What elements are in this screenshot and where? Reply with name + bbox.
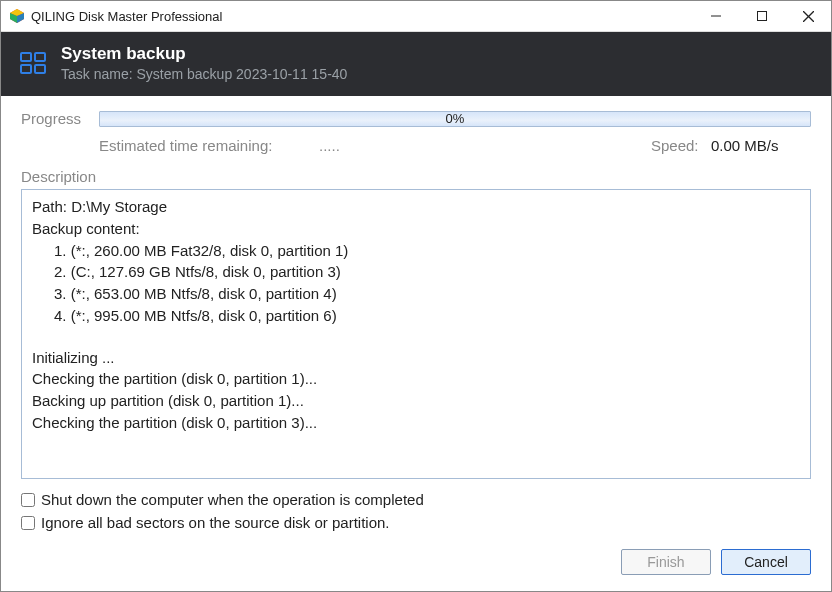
ignore-option[interactable]: Ignore all bad sectors on the source dis…	[21, 514, 811, 531]
progress-row: Progress 0%	[21, 110, 811, 127]
close-button[interactable]	[785, 1, 831, 31]
header-subtitle: Task name: System backup 2023-10-11 15-4…	[61, 66, 347, 82]
progress-details: Estimated time remaining: ..... Speed: 0…	[21, 137, 811, 154]
window-frame: QILING Disk Master Professional System b	[0, 0, 832, 592]
minimize-button[interactable]	[693, 1, 739, 31]
desc-log-line: Initializing ...	[32, 347, 800, 369]
finish-button: Finish	[621, 549, 711, 575]
cancel-button[interactable]: Cancel	[721, 549, 811, 575]
progress-bar: 0%	[99, 111, 811, 127]
description-label: Description	[21, 168, 811, 185]
estimated-label: Estimated time remaining:	[99, 137, 319, 154]
desc-item: 3. (*:, 653.00 MB Ntfs/8, disk 0, partit…	[54, 283, 800, 305]
shutdown-label: Shut down the computer when the operatio…	[41, 491, 424, 508]
maximize-button[interactable]	[739, 1, 785, 31]
svg-rect-11	[35, 65, 45, 73]
app-icon	[9, 8, 25, 24]
grid-icon	[19, 49, 47, 77]
svg-rect-8	[21, 53, 31, 61]
desc-path: Path: D:\My Storage	[32, 196, 800, 218]
ignore-label: Ignore all bad sectors on the source dis…	[41, 514, 390, 531]
desc-content-header: Backup content:	[32, 218, 800, 240]
options: Shut down the computer when the operatio…	[21, 491, 811, 531]
estimated-value: .....	[319, 137, 439, 154]
desc-log-line: Checking the partition (disk 0, partitio…	[32, 368, 800, 390]
svg-rect-5	[758, 12, 767, 21]
body: Progress 0% Estimated time remaining: ..…	[1, 96, 831, 537]
titlebar: QILING Disk Master Professional	[1, 1, 831, 32]
desc-log-line: Checking the partition (disk 0, partitio…	[32, 412, 800, 434]
button-row: Finish Cancel	[1, 537, 831, 591]
desc-log-line: Backing up partition (disk 0, partition …	[32, 390, 800, 412]
desc-item: 2. (C:, 127.69 GB Ntfs/8, disk 0, partit…	[54, 261, 800, 283]
header-text: System backup Task name: System backup 2…	[61, 44, 347, 82]
desc-item: 1. (*:, 260.00 MB Fat32/8, disk 0, parti…	[54, 240, 800, 262]
speed-label: Speed:	[651, 137, 711, 154]
progress-percent: 0%	[446, 111, 465, 126]
page-header: System backup Task name: System backup 2…	[1, 32, 831, 96]
speed-value: 0.00 MB/s	[711, 137, 811, 154]
svg-rect-10	[21, 65, 31, 73]
shutdown-checkbox[interactable]	[21, 493, 35, 507]
header-title: System backup	[61, 44, 347, 64]
window-title: QILING Disk Master Professional	[31, 9, 693, 24]
window-controls	[693, 1, 831, 31]
shutdown-option[interactable]: Shut down the computer when the operatio…	[21, 491, 811, 508]
description-box[interactable]: Path: D:\My Storage Backup content: 1. (…	[21, 189, 811, 479]
ignore-checkbox[interactable]	[21, 516, 35, 530]
svg-rect-9	[35, 53, 45, 61]
progress-label: Progress	[21, 110, 99, 127]
desc-item: 4. (*:, 995.00 MB Ntfs/8, disk 0, partit…	[54, 305, 800, 327]
